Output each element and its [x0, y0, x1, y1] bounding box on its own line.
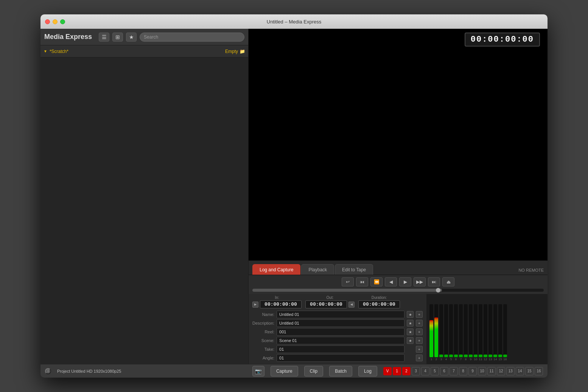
- vu-bar-container-13: [488, 304, 492, 357]
- title-bar: Untitled – Media Express: [40, 14, 548, 29]
- reel-label: Reel:: [252, 330, 274, 334]
- project-info: Project Untitled HD 1920x1080p25: [57, 369, 121, 373]
- play-button[interactable]: ▶: [399, 277, 411, 286]
- channel-btn-7[interactable]: 7: [450, 367, 458, 375]
- vu-bar-fill-16: [503, 355, 507, 357]
- channel-btn-8[interactable]: 8: [459, 367, 467, 375]
- vu-bar-container-2: [434, 304, 438, 357]
- tc-in-group: In: ▶: [252, 296, 302, 308]
- fast-forward-button[interactable]: ▶▶: [414, 277, 426, 286]
- channel-btn-V[interactable]: V: [383, 367, 392, 375]
- minimize-button[interactable]: [53, 19, 58, 24]
- channel-btn-1[interactable]: 1: [393, 367, 401, 375]
- scene-label: Scene:: [252, 338, 274, 343]
- reel-star-button[interactable]: ★: [407, 328, 414, 335]
- vu-bar-fill-8: [464, 355, 468, 357]
- capture-button[interactable]: Capture: [271, 366, 298, 376]
- tc-duration-row: [358, 300, 400, 308]
- channel-btn-5[interactable]: 5: [431, 367, 439, 375]
- description-star-button[interactable]: ★: [407, 320, 414, 327]
- camera-icon-button[interactable]: 📷: [252, 366, 264, 376]
- channel-btn-11[interactable]: 11: [487, 367, 496, 375]
- transport-buttons: ↩ ⏮ ⏪ ◀ ▶ ▶▶ ⏭ ⏏: [252, 277, 544, 286]
- channel-btn-10[interactable]: 10: [478, 367, 486, 375]
- vu-bar-fill-14: [493, 355, 497, 357]
- log-button[interactable]: Log: [358, 366, 377, 376]
- name-star-button[interactable]: ★: [407, 311, 414, 318]
- window-title: Untitled – Media Express: [267, 19, 322, 25]
- close-button[interactable]: [45, 19, 50, 24]
- channel-btn-6[interactable]: 6: [440, 367, 448, 375]
- channel-btn-16[interactable]: 16: [535, 367, 543, 375]
- channel-btn-4[interactable]: 4: [421, 367, 429, 375]
- bin-arrow-icon: ▼: [44, 49, 47, 53]
- channel-btn-14[interactable]: 14: [516, 367, 524, 375]
- vu-channel-4: 4: [444, 304, 448, 361]
- vu-channel-12: 12: [484, 304, 487, 361]
- angle-input[interactable]: [277, 354, 404, 362]
- tc-out-group: Out: ◀: [305, 296, 355, 308]
- list-view-button[interactable]: ☰: [99, 33, 109, 42]
- vu-bar-container-5: [449, 304, 453, 357]
- grid-view-button[interactable]: ⊞: [112, 33, 123, 42]
- right-panel: 00:00:00:00 Log and Capture Playback Edi…: [249, 29, 548, 364]
- info-button[interactable]: i: [45, 368, 51, 374]
- tc-duration-input[interactable]: [358, 300, 400, 308]
- tc-out-input[interactable]: [305, 300, 347, 308]
- scene-star-button[interactable]: ★: [407, 337, 414, 344]
- tab-log-and-capture[interactable]: Log and Capture: [252, 264, 300, 275]
- description-input[interactable]: [277, 319, 404, 327]
- angle-plus-button[interactable]: +: [416, 355, 423, 361]
- tc-in-play-button[interactable]: ▶: [252, 302, 258, 308]
- star-icon: ★: [129, 34, 134, 40]
- vu-channel-label-1: 1: [431, 358, 432, 361]
- left-panel: Media Express ☰ ⊞ ★ ▼ *Scratch* Empty 📁: [40, 29, 249, 364]
- vu-channel-label-7: 7: [460, 358, 462, 361]
- rewind-to-start-button[interactable]: ↩: [342, 277, 354, 286]
- batch-button[interactable]: Batch: [329, 366, 352, 376]
- vu-bar-fill-2: [434, 317, 438, 357]
- channel-btn-12[interactable]: 12: [497, 367, 505, 375]
- channel-buttons: V12345678910111213141516: [383, 367, 543, 375]
- vu-bar-fill-9: [469, 355, 473, 357]
- bin-folder-icon: 📁: [240, 49, 245, 54]
- scrubber-track[interactable]: [252, 289, 544, 292]
- search-input[interactable]: [140, 33, 244, 42]
- vu-channel-16: 16: [503, 304, 507, 361]
- name-input[interactable]: [277, 311, 404, 318]
- tab-edit-to-tape[interactable]: Edit to Tape: [335, 264, 373, 275]
- vu-channel-label-2: 2: [436, 358, 437, 361]
- bin-name: *Scratch*: [50, 49, 225, 54]
- vu-bar-fill-3: [439, 355, 443, 357]
- take-plus-button[interactable]: +: [416, 346, 423, 353]
- clip-button[interactable]: Clip: [304, 366, 324, 376]
- description-plus-button[interactable]: +: [416, 320, 423, 327]
- take-label: Take:: [252, 347, 274, 352]
- bin-header: ▼ *Scratch* Empty 📁: [40, 45, 248, 58]
- channel-btn-15[interactable]: 15: [525, 367, 534, 375]
- vu-bar-container-8: [464, 304, 468, 357]
- tc-in-input[interactable]: [260, 300, 302, 308]
- vu-channel-label-14: 14: [494, 358, 497, 361]
- tab-playback[interactable]: Playback: [301, 264, 334, 275]
- step-back-button[interactable]: ◀: [385, 277, 397, 286]
- reel-input[interactable]: [277, 328, 404, 336]
- channel-btn-3[interactable]: 3: [412, 367, 420, 375]
- scene-input[interactable]: [277, 337, 404, 344]
- maximize-button[interactable]: [60, 19, 65, 24]
- previous-frame-button[interactable]: ⏮: [356, 277, 368, 286]
- vu-channel-2: 2: [434, 304, 438, 361]
- reel-plus-button[interactable]: +: [416, 328, 423, 335]
- eject-button[interactable]: ⏏: [442, 277, 454, 286]
- favorites-button[interactable]: ★: [126, 33, 137, 42]
- name-plus-button[interactable]: +: [416, 311, 423, 318]
- next-frame-button[interactable]: ⏭: [428, 277, 440, 286]
- channel-btn-9[interactable]: 9: [468, 367, 477, 375]
- tc-out-mark-button[interactable]: ◀: [348, 302, 355, 308]
- vu-channel-14: 14: [493, 304, 497, 361]
- rewind-button[interactable]: ⏪: [370, 277, 383, 286]
- channel-btn-2[interactable]: 2: [402, 367, 411, 375]
- scene-plus-button[interactable]: +: [416, 337, 423, 344]
- channel-btn-13[interactable]: 13: [506, 367, 515, 375]
- take-input[interactable]: [277, 345, 404, 353]
